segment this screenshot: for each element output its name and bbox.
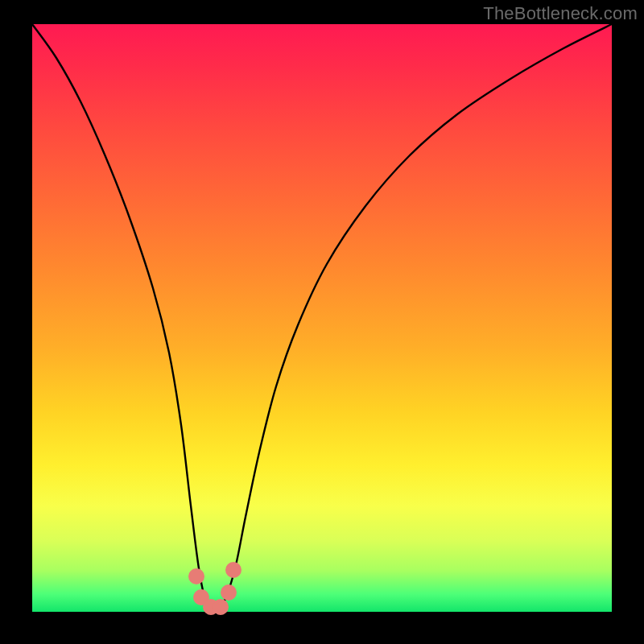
highlight-dot (213, 599, 229, 615)
curve-svg (32, 24, 612, 612)
watermark-text: TheBottleneck.com (483, 3, 638, 24)
plot-area (32, 24, 612, 612)
highlight-dot (225, 562, 242, 578)
chart-frame: TheBottleneck.com (0, 0, 644, 644)
highlight-dot (188, 568, 204, 584)
bottleneck-curve (32, 24, 612, 609)
highlight-marker-group (188, 562, 242, 615)
highlight-dot (221, 584, 237, 601)
